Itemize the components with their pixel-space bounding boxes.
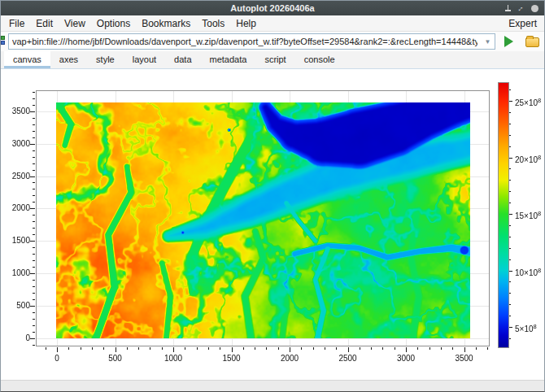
y-axis-tick [33,345,35,346]
tab-canvas[interactable]: canvas [4,51,50,68]
x-axis-tick [348,347,349,352]
x-axis-tick [220,347,220,350]
menu-item-options[interactable]: Options [91,18,136,29]
x-axis-tick [243,347,244,350]
y-axis-tick [30,241,35,242]
chevron-down-icon[interactable]: ▼ [481,34,495,49]
colorbar[interactable] [498,82,509,348]
y-axis-tick [33,319,35,320]
elevation-heatmap-canvas[interactable] [56,102,470,338]
y-axis-tick [33,215,35,216]
dataset-selector-icon [1,36,5,45]
y-axis-tick [33,254,35,255]
colorbar-tick [509,225,511,226]
colorbar-tick [509,146,511,147]
x-axis-tick [68,347,69,350]
colorbar-tick [509,316,511,316]
y-axis-tick [30,144,35,145]
y-axis-tick [33,267,35,268]
folder-icon [525,37,539,47]
x-axis-tick [325,347,325,350]
menu-item-bookmarks[interactable]: Bookmarks [136,18,196,29]
y-axis-tick [33,189,35,189]
x-axis-tick [255,347,255,350]
menu-item-edit[interactable]: Edit [30,18,59,29]
tab-data[interactable]: data [165,51,200,68]
y-tick-label: 3500 [2,107,30,116]
y-axis-tick [33,293,35,294]
y-axis-tick [30,338,35,339]
y-tick-label: 1500 [2,236,30,246]
x-axis-tick [138,347,139,350]
y-tick-label: 500 [2,301,30,311]
open-file-button[interactable] [523,35,541,48]
uri-input[interactable] [9,34,481,49]
y-axis-tick [33,92,35,93]
menu-item-tools[interactable]: Tools [196,18,230,29]
colorbar-tick-label: 25×108 [515,96,541,106]
colorbar-tick-label: 15×108 [515,209,541,219]
x-tick-label: 3500 [447,354,482,363]
y-axis-tick [33,325,35,326]
expert-mode-label[interactable]: Expert [508,18,544,29]
close-icon[interactable] [531,5,538,12]
x-axis-tick [441,347,442,350]
tab-script[interactable]: script [255,51,294,68]
x-axis-tick [278,347,279,350]
tab-style[interactable]: style [87,51,124,68]
autoplot-window: Autoplot 20260406a ↔ File Edit View Opti… [0,0,545,392]
tab-metadata[interactable]: metadata [201,51,256,68]
colorbar-tick [509,281,511,282]
colorbar-tick-label: 5×108 [515,322,537,332]
x-axis-tick [232,347,233,352]
address-row: ▼ [1,32,544,51]
colorbar-tick [509,237,511,237]
x-axis-tick [290,347,290,352]
x-axis-tick [57,347,58,352]
tab-console[interactable]: console [295,51,344,68]
y-axis-tick [33,157,35,158]
y-axis-tick [33,137,35,138]
menu-item-file[interactable]: File [3,18,30,29]
go-button[interactable] [502,35,517,48]
colorbar-tick [509,214,512,215]
x-axis-tick [150,347,150,350]
x-axis-tick [162,347,163,350]
menu-item-view[interactable]: View [59,18,91,29]
y-tick-label: 0 [2,333,30,343]
uri-field: ▼ [8,33,495,50]
x-axis-tick [336,347,337,350]
tab-axes[interactable]: axes [50,51,87,68]
maximize-icon[interactable]: ↔ [514,2,525,14]
x-axis-tick [81,347,81,350]
x-tick-label: 1000 [155,354,191,363]
y-axis-tick [33,195,35,196]
colorbar-tick [509,158,512,159]
y-axis-tick [33,280,35,281]
colorbar-tick [509,271,512,272]
x-axis-tick [464,347,465,352]
colorbar-tick-label: 10×108 [515,266,541,276]
y-tick-label: 2000 [2,203,30,213]
y-axis-tick [33,118,35,119]
y-axis-tick [33,332,35,333]
x-axis-tick [360,347,360,350]
y-axis-tick [33,150,35,151]
y-axis-tick [33,170,35,171]
colorbar-tick [509,135,511,136]
play-icon [504,36,513,47]
colorbar-tick [509,293,511,294]
y-tick-label: 1000 [2,268,30,278]
menu-bar: File Edit View Options Bookmarks Tools H… [1,15,544,32]
y-axis-tick [33,312,35,313]
x-axis-tick [301,347,302,350]
tab-layout[interactable]: layout [124,51,165,68]
y-axis-tick [33,163,35,164]
x-axis-tick [313,347,314,350]
x-axis-tick [487,347,488,350]
colorbar-tick [509,259,511,260]
pin-icon[interactable] [508,5,508,11]
x-tick-label: 2500 [330,354,366,363]
y-axis-tick [33,98,35,99]
menu-item-help[interactable]: Help [230,18,262,29]
